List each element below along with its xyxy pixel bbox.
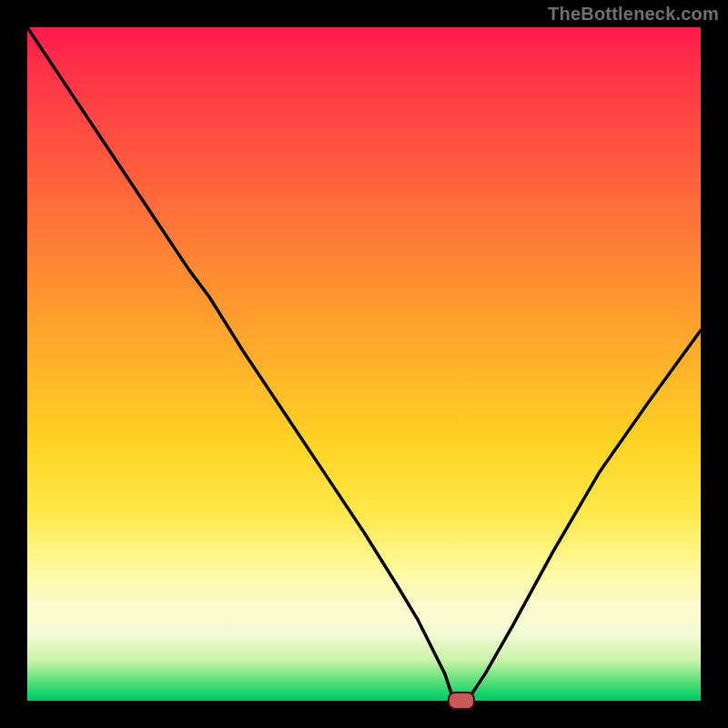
curve-path [27,27,701,701]
plot-area [27,27,701,701]
chart-frame: TheBottleneck.com [0,0,728,728]
attribution-text: TheBottleneck.com [548,4,719,25]
optimum-marker [448,692,475,710]
bottleneck-curve [27,27,701,701]
